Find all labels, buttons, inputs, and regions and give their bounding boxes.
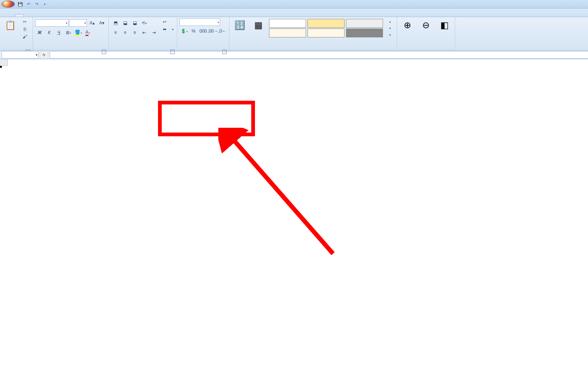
orientation-button[interactable]: ⟲ — [140, 19, 149, 27]
table-icon: ▦ — [252, 19, 264, 31]
wrap-text-button[interactable]: ↩ — [161, 19, 175, 25]
tab-pagelayout[interactable] — [33, 14, 40, 17]
office-button[interactable] — [1, 0, 15, 8]
percent-button[interactable]: % — [189, 27, 198, 36]
tab-data[interactable] — [49, 14, 56, 17]
format-as-table-button[interactable]: ▦ — [249, 18, 267, 33]
group-styles: 🔢 ▦ ▴ ▾ — [229, 17, 397, 50]
format-cells-button[interactable]: ◧ — [436, 18, 453, 33]
increase-indent-button[interactable]: ⇥ — [149, 28, 158, 37]
comma-button[interactable]: 000 — [199, 27, 208, 36]
save-icon[interactable]: 💾 — [17, 1, 24, 7]
align-left-button[interactable]: ≡ — [111, 28, 120, 37]
tab-insert[interactable] — [24, 14, 32, 17]
dialog-launcher-icon[interactable]: ↘ — [102, 50, 106, 54]
paste-icon: 📋 — [4, 19, 16, 31]
fill-color-button[interactable]: 🪣 — [74, 28, 83, 37]
increase-decimal-button[interactable]: ,00→ — [208, 27, 217, 36]
border-button[interactable]: ⊞ — [64, 28, 73, 37]
group-cells: ⊕ ⊖ ◧ — [397, 17, 455, 50]
delete-cells-button[interactable]: ⊖ — [417, 18, 435, 33]
style-calc[interactable] — [269, 29, 306, 37]
merge-center-button[interactable]: ⬌▾ — [161, 26, 175, 33]
font-color-icon: A — [85, 30, 88, 36]
titlebar: 💾 ↶ ↷ ▾ — [0, 0, 588, 9]
spreadsheet-grid — [0, 59, 588, 66]
grow-font-button[interactable]: A▴ — [88, 19, 97, 27]
styles-scroll-down[interactable]: ▾ — [386, 25, 394, 31]
decrease-decimal-button[interactable]: ,0← — [218, 27, 227, 36]
italic-button[interactable]: К — [45, 28, 54, 37]
format-painter-button[interactable]: 🖌 — [21, 33, 30, 40]
formula-bar: fx — [0, 51, 588, 59]
undo-icon[interactable]: ↶ — [25, 1, 32, 7]
conditional-format-button[interactable]: 🔢 — [231, 18, 249, 33]
name-box[interactable] — [1, 51, 38, 59]
styles-more[interactable]: ▾ — [386, 32, 394, 38]
group-font: A▴ A▾ Ж К Ч ⊞ 🪣 A ↘ — [33, 17, 109, 50]
font-size-combo[interactable] — [69, 19, 87, 27]
redo-icon[interactable]: ↷ — [33, 1, 40, 7]
dialog-launcher-icon[interactable]: ↘ — [170, 50, 175, 54]
active-cell-outline — [0, 66, 1, 67]
group-label-number: ↘ — [179, 49, 228, 50]
decrease-indent-button[interactable]: ⇤ — [140, 28, 149, 37]
quick-access-toolbar: 💾 ↶ ↷ ▾ — [17, 1, 48, 7]
group-label-cells — [399, 49, 453, 50]
merge-icon: ⬌ — [162, 26, 168, 32]
group-clipboard: 📋 ✂ ⎘ 🖌 ↘ — [0, 17, 33, 50]
ribbon-tabs — [0, 9, 588, 17]
align-center-button[interactable]: ≡ — [121, 28, 130, 37]
font-color-button[interactable]: A — [83, 28, 92, 37]
cond-format-icon: 🔢 — [234, 19, 246, 31]
group-label-clipboard: ↘ — [1, 49, 31, 50]
annotation-arrow — [218, 128, 344, 257]
group-label-styles — [231, 49, 395, 50]
align-right-button[interactable]: ≡ — [130, 28, 139, 37]
select-all-corner[interactable] — [0, 59, 8, 66]
style-good[interactable] — [269, 19, 306, 28]
formula-input[interactable] — [50, 51, 588, 59]
tab-home[interactable] — [16, 14, 24, 17]
copy-button[interactable]: ⎘ — [21, 26, 30, 33]
style-hyperlink[interactable] — [308, 29, 345, 37]
brush-icon: 🖌 — [22, 34, 28, 40]
align-bottom-button[interactable]: ⬓ — [130, 19, 139, 27]
tab-review[interactable] — [57, 14, 64, 17]
group-label-font: ↘ — [34, 49, 107, 50]
fx-button[interactable]: fx — [40, 51, 48, 59]
dialog-launcher-icon[interactable]: ↘ — [222, 50, 227, 54]
currency-button[interactable]: 💲 — [179, 27, 188, 36]
column-headers — [0, 59, 588, 66]
style-input[interactable] — [308, 19, 345, 28]
paste-button[interactable]: 📋 — [1, 18, 19, 33]
scissors-icon: ✂ — [22, 19, 28, 25]
font-name-combo[interactable] — [35, 19, 68, 27]
format-icon: ◧ — [439, 19, 450, 31]
number-format-combo[interactable] — [179, 19, 220, 26]
annotation-highlight-box — [158, 101, 255, 136]
insert-icon: ⊕ — [401, 19, 413, 31]
svg-line-1 — [229, 135, 333, 254]
group-label-alignment: ↘ — [110, 49, 175, 50]
underline-button[interactable]: Ч — [54, 28, 63, 37]
tab-formulas[interactable] — [41, 14, 48, 17]
bucket-icon: 🪣 — [75, 30, 80, 36]
insert-cells-button[interactable]: ⊕ — [399, 18, 416, 33]
wrap-icon: ↩ — [162, 19, 168, 25]
group-alignment: ⬒ ⬓ ⬓ ⟲ ≡ ≡ ≡ ⇤ ⇥ ↩ ⬌▾ ↘ — [109, 17, 177, 50]
style-output[interactable] — [346, 19, 383, 28]
tab-view[interactable] — [65, 14, 73, 17]
copy-icon: ⎘ — [22, 26, 28, 32]
align-middle-button[interactable]: ⬓ — [121, 19, 130, 27]
shrink-font-button[interactable]: A▾ — [97, 19, 106, 27]
cut-button[interactable]: ✂ — [21, 19, 30, 25]
bold-button[interactable]: Ж — [35, 28, 44, 37]
qat-dropdown-icon[interactable]: ▾ — [41, 1, 48, 7]
group-number: 💲 % 000 ,00→ ,0← ↘ — [177, 17, 229, 50]
align-top-button[interactable]: ⬒ — [111, 19, 120, 27]
style-check[interactable] — [346, 29, 383, 37]
styles-scroll-up[interactable]: ▴ — [386, 19, 394, 24]
ribbon: 📋 ✂ ⎘ 🖌 ↘ A▴ A▾ Ж К Ч ⊞ 🪣 — [0, 17, 588, 51]
delete-icon: ⊖ — [420, 19, 432, 31]
